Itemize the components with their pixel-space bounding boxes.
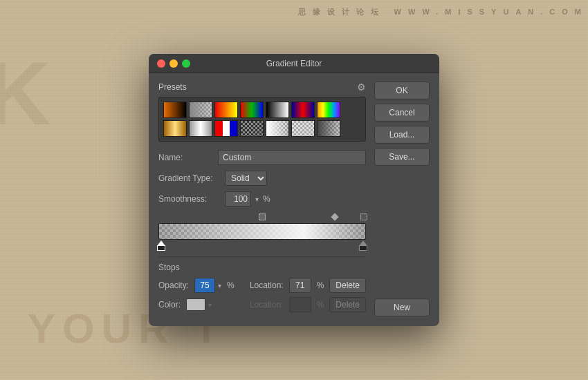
cancel-button[interactable]: Cancel — [374, 104, 430, 122]
new-button[interactable]: New — [374, 298, 430, 316]
dialog-body: Presets ⚙ — [149, 73, 439, 326]
preset-gray-transparent[interactable] — [189, 102, 212, 118]
preset-checker[interactable] — [240, 120, 264, 137]
bg-letter: K — [0, 41, 58, 145]
gradient-bar[interactable] — [158, 223, 366, 240]
gradient-type-row: Gradient Type: Solid Noise — [158, 171, 366, 186]
gradient-editor-dialog: Gradient Editor Presets ⚙ — [149, 54, 439, 326]
save-button[interactable]: Save... — [374, 148, 430, 166]
preset-gold[interactable] — [163, 120, 187, 137]
color-stop-markers — [158, 241, 366, 251]
smoothness-row: Smoothness: ▾ % — [158, 191, 366, 207]
gradient-type-label: Gradient Type: — [158, 173, 221, 183]
location-label-opacity: Location: — [250, 281, 284, 290]
load-button[interactable]: Load... — [374, 126, 430, 144]
color-label: Color: — [158, 300, 181, 310]
maximize-button[interactable] — [182, 59, 190, 68]
color-swatch[interactable] — [186, 298, 205, 311]
gradient-area — [158, 212, 366, 251]
opacity-value-input[interactable] — [194, 278, 215, 293]
presets-header: Presets ⚙ — [158, 82, 366, 93]
smoothness-label: Smoothness: — [158, 194, 221, 204]
preset-rainbow[interactable] — [317, 102, 340, 118]
left-panel: Presets ⚙ — [158, 82, 366, 316]
preset-transparent-check[interactable] — [291, 120, 315, 137]
gradient-type-select[interactable]: Solid Noise — [225, 171, 267, 186]
opacity-stop-row: Opacity: ▾ % Location: % Delete — [158, 278, 366, 293]
watermark: 思缘设计论坛 www.missyuan.com — [298, 7, 588, 17]
titlebar: Gradient Editor — [149, 54, 439, 73]
preset-gray-white[interactable] — [189, 120, 212, 137]
close-button[interactable] — [157, 59, 165, 68]
presets-grid — [158, 97, 366, 142]
color-stop-right[interactable] — [359, 240, 367, 251]
preset-white-transparent[interactable] — [266, 120, 289, 137]
location-value-active[interactable] — [289, 278, 311, 293]
traffic-lights — [157, 59, 190, 68]
delete-opacity-stop-button[interactable]: Delete — [329, 278, 366, 293]
opacity-label: Opacity: — [158, 281, 189, 290]
opacity-stop-markers — [158, 212, 366, 222]
preset-rgb[interactable] — [240, 102, 264, 118]
color-location-input — [289, 297, 311, 312]
preset-black-white[interactable] — [266, 102, 289, 118]
minimize-button[interactable] — [169, 59, 178, 68]
preset-orange-black[interactable] — [163, 102, 187, 118]
presets-label: Presets — [158, 82, 187, 92]
opacity-dropdown[interactable]: ▾ — [218, 282, 221, 289]
color-stop-row: Color: ▾ Location: % Delete — [158, 297, 366, 312]
right-panel: OK Cancel Load... Save... New — [374, 82, 430, 316]
gear-icon[interactable]: ⚙ — [357, 82, 366, 93]
preset-dark-transparent[interactable] — [317, 120, 340, 137]
color-location-label: Location: — [250, 300, 284, 310]
stops-section: Stops Opacity: ▾ % Location: % Delete Co… — [158, 256, 366, 312]
preset-red-yellow[interactable] — [214, 102, 238, 118]
opacity-stop-1[interactable] — [259, 213, 266, 220]
opacity-unit: % — [227, 281, 235, 290]
color-location-unit: % — [317, 300, 324, 310]
ok-button[interactable]: OK — [374, 82, 430, 99]
preset-row-1 — [163, 102, 361, 118]
delete-color-stop-button: Delete — [329, 297, 366, 312]
preset-flag[interactable] — [214, 120, 238, 137]
smoothness-input[interactable] — [225, 191, 251, 207]
preset-blue-red-blue[interactable] — [291, 102, 315, 118]
stops-title: Stops — [158, 263, 366, 272]
opacity-stop-diamond[interactable] — [332, 214, 338, 220]
smoothness-unit: % — [263, 194, 270, 204]
opacity-stop-2[interactable] — [360, 213, 367, 220]
color-stop-left[interactable] — [157, 240, 165, 251]
name-label: Name: — [158, 153, 214, 162]
location-unit-opacity: % — [317, 281, 324, 290]
dialog-title: Gradient Editor — [266, 59, 322, 68]
preset-row-2 — [163, 120, 361, 137]
smoothness-dropdown[interactable]: ▾ — [255, 196, 259, 203]
color-dropdown[interactable]: ▾ — [208, 301, 212, 309]
name-input[interactable] — [218, 150, 366, 165]
name-row: Name: — [158, 150, 366, 165]
